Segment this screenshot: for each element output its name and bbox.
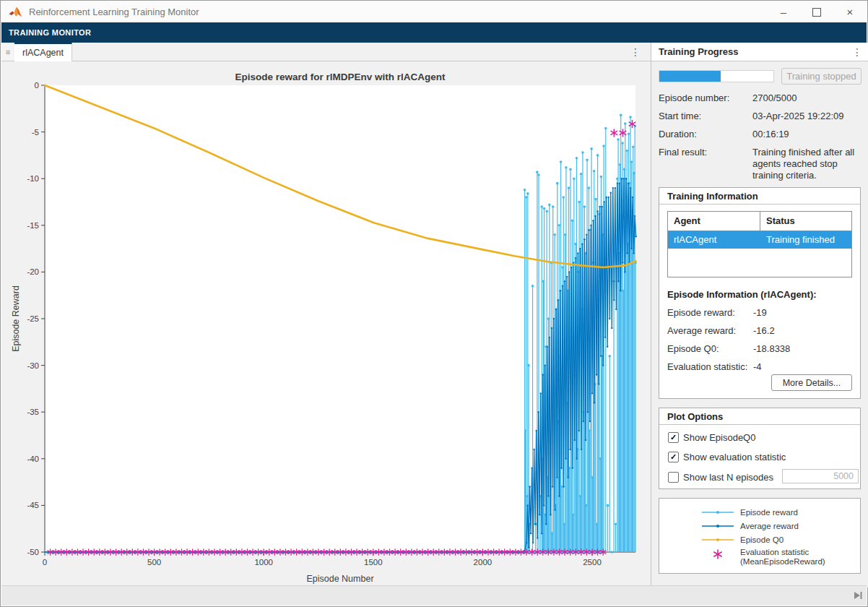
legend-item: Average reward	[659, 520, 860, 533]
tab-rlacagent[interactable]: rlACAgent	[14, 43, 72, 61]
svg-text:-30: -30	[27, 361, 39, 370]
document-tab-bar: ≡ rlACAgent ⋮	[1, 43, 651, 61]
svg-text:-15: -15	[27, 221, 39, 230]
checkbox-show-evaluation-statistic[interactable]: ✓	[668, 452, 679, 462]
status-cell: Training finished	[760, 231, 851, 249]
field-label: Average reward:	[667, 325, 752, 336]
field-label: Episode reward:	[667, 307, 752, 318]
field-value: Training finished after all agents reach…	[752, 147, 862, 181]
legend-swatch-icon	[701, 549, 734, 559]
bottom-status-strip	[1, 585, 867, 606]
legend-card: Episode rewardAverage rewardEpisode Q0Ev…	[659, 498, 861, 574]
legend-item: Episode Q0	[659, 533, 860, 546]
more-details-button[interactable]: More Details...	[771, 374, 852, 391]
document-actions-kebab-icon[interactable]: ⋮	[629, 45, 642, 59]
checkbox-label: Show last N episodes	[683, 472, 773, 483]
legend-label: Evaluation statistic(MeanEpisodeReward)	[740, 548, 825, 567]
legend-item: Evaluation statistic(MeanEpisodeReward)	[659, 546, 860, 568]
field-label: Episode number:	[659, 92, 751, 104]
legend-label: Episode Q0	[740, 535, 784, 545]
svg-text:-10: -10	[27, 174, 39, 183]
training-information-title: Training Information	[667, 191, 758, 202]
field-value: 00:16:19	[752, 129, 862, 140]
svg-text:2000: 2000	[474, 558, 492, 567]
svg-text:1500: 1500	[364, 558, 383, 567]
column-header-agent: Agent	[668, 212, 760, 231]
svg-text:0: 0	[35, 81, 39, 90]
field-value: -19	[753, 307, 767, 318]
checkbox-row-show-last-n-episodes: Show last N episodes	[668, 471, 773, 483]
checkbox-show-episodeq0[interactable]: ✓	[668, 432, 679, 443]
field-label: Duration:	[659, 129, 751, 140]
field-label: Evaluation statistic:	[667, 361, 752, 372]
episode-reward-chart: Episode reward for rlMDPEnv with rlACAge…	[1, 61, 651, 587]
svg-text:0: 0	[43, 558, 47, 567]
svg-text:-45: -45	[27, 501, 39, 509]
field-value: -18.8338	[753, 343, 790, 354]
panel-kebab-icon[interactable]: ⋮	[852, 46, 862, 58]
plot-options-title: Plot Options	[667, 411, 723, 422]
checkbox-row-show-evaluation-statistic: ✓Show evaluation statistic	[668, 451, 786, 462]
chart-title: Episode reward for rlMDPEnv with rlACAge…	[235, 72, 446, 82]
y-axis-label: Episode Reward	[11, 285, 21, 352]
table-header-row: Agent Status	[668, 212, 851, 231]
training-stopped-button[interactable]: Training stopped	[781, 68, 862, 85]
training-plot-figure: Episode reward for rlMDPEnv with rlACAge…	[1, 61, 651, 587]
svg-text:-40: -40	[27, 455, 39, 463]
svg-text:-20: -20	[27, 267, 39, 276]
title-bar: Reinforcement Learning Training Monitor …	[1, 1, 867, 23]
legend-swatch-icon	[701, 507, 734, 517]
svg-text:-50: -50	[27, 548, 39, 556]
episode-information-title: Episode Information (rlACAgent):	[667, 289, 817, 300]
matlab-logo-icon	[9, 7, 23, 18]
panel-expand-icon[interactable]	[852, 590, 864, 601]
tab-list-icon[interactable]: ≡	[1, 43, 15, 61]
minimize-button[interactable]: –	[767, 1, 800, 22]
checkbox-show-last-n-episodes[interactable]	[668, 472, 679, 483]
tab-training-monitor[interactable]: TRAINING MONITOR	[9, 28, 91, 37]
svg-text:-25: -25	[27, 314, 39, 323]
legend-swatch-icon	[701, 521, 734, 531]
checkbox-label: Show evaluation statistic	[683, 452, 786, 462]
checkbox-row-show-episodeq0: ✓Show EpisodeQ0	[668, 431, 755, 443]
legend-swatch-icon	[701, 535, 734, 545]
plot-options-card: Plot Options ✓Show EpisodeQ0✓Show evalua…	[659, 408, 861, 489]
training-progress-fill	[659, 71, 721, 82]
x-axis-label: Episode Number	[306, 574, 373, 584]
panel-title: Training Progress	[659, 46, 739, 57]
svg-text:-5: -5	[32, 128, 39, 137]
svg-text:1000: 1000	[254, 558, 273, 567]
svg-text:2500: 2500	[583, 558, 602, 567]
field-label: Episode Q0:	[667, 343, 752, 354]
app-window: Reinforcement Learning Training Monitor …	[0, 0, 868, 607]
field-value: 2700/5000	[752, 92, 862, 104]
svg-text:-35: -35	[27, 408, 39, 416]
field-value: -4	[753, 361, 762, 372]
agent-cell: rlACAgent	[668, 231, 760, 249]
training-progress-panel: Training Progress ⋮ Training stopped Epi…	[651, 43, 868, 587]
legend-label: Episode reward	[740, 508, 798, 517]
training-information-card: Training Information Agent Status rlACAg…	[659, 187, 861, 399]
agent-status-table: Agent Status rlACAgentTraining finished	[667, 211, 852, 277]
svg-text:500: 500	[147, 558, 161, 567]
legend-item: Episode reward	[659, 506, 860, 519]
field-value: -16.2	[753, 325, 775, 336]
field-label: Start time:	[659, 111, 751, 122]
field-label: Final result:	[659, 147, 751, 158]
agent-table-row[interactable]: rlACAgentTraining finished	[668, 231, 851, 249]
maximize-button[interactable]	[800, 1, 833, 22]
training-progress-bar	[659, 70, 774, 82]
legend-label: Average reward	[740, 522, 799, 531]
window-title: Reinforcement Learning Training Monitor	[29, 7, 199, 17]
column-header-status: Status	[760, 212, 851, 231]
close-button[interactable]: ×	[833, 1, 867, 22]
checkbox-label: Show EpisodeQ0	[683, 432, 755, 443]
last-n-episodes-input[interactable]	[782, 469, 859, 483]
field-value: 03-Apr-2025 19:22:09	[752, 111, 862, 122]
toolstrip: TRAINING MONITOR	[1, 22, 867, 43]
